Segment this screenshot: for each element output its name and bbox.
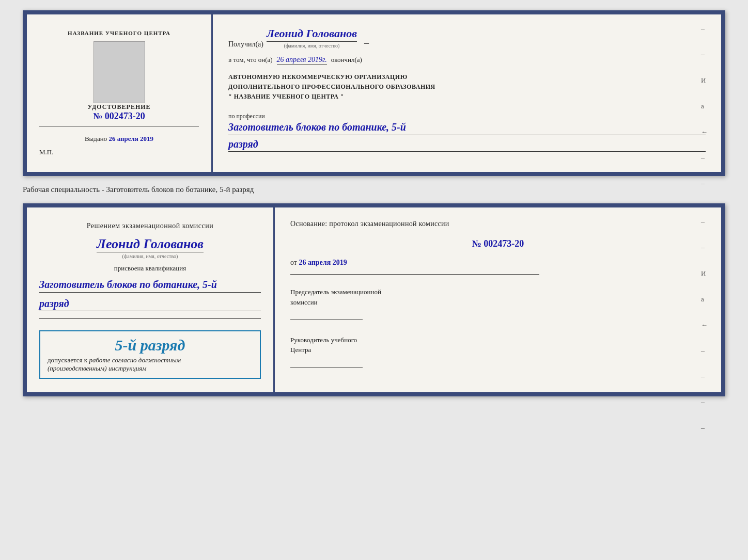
confirm-line: в том, что он(а) 26 апреля 2019г. окончи… bbox=[228, 56, 706, 65]
top-document-card: НАЗВАНИЕ УЧЕБНОГО ЦЕНТРА УДОСТОВЕРЕНИЕ №… bbox=[23, 10, 725, 176]
rank-value: разряд bbox=[228, 138, 706, 152]
chairman-signatory: Председатель экзаменационной комиссии bbox=[290, 287, 706, 323]
recipient-name: Леонид Голованов bbox=[267, 27, 357, 42]
subtitle: Рабочая специальность - Заготовитель бло… bbox=[23, 185, 725, 194]
profession-section: по профессии Заготовитель блоков по бота… bbox=[228, 113, 706, 152]
basis-title: Основание: протокол экзаменационной коми… bbox=[290, 220, 706, 228]
bottom-right-markers: – – И а ← – – – – bbox=[701, 218, 708, 433]
cert-number: № 002473-20 bbox=[87, 111, 150, 122]
rank-bottom: разряд bbox=[39, 298, 261, 311]
org-block: АВТОНОМНУЮ НЕКОММЕРЧЕСКУЮ ОРГАНИЗАЦИЮ ДО… bbox=[228, 72, 706, 102]
qualification-value: Заготовитель блоков по ботанике, 5-й bbox=[39, 278, 261, 293]
protocol-date: от 26 апреля 2019 bbox=[290, 259, 706, 267]
leader-signatory: Руководитель учебного Центра bbox=[290, 335, 706, 371]
chairman-sign-line bbox=[290, 311, 363, 319]
protocol-number: № 002473-20 bbox=[290, 238, 706, 249]
qualification-label: присвоена квалификация bbox=[39, 264, 261, 273]
confirm-date: 26 апреля 2019г. bbox=[277, 56, 327, 65]
fio-label: (фамилия, имя, отчество) bbox=[267, 43, 357, 49]
training-center-title: НАЗВАНИЕ УЧЕБНОГО ЦЕНТРА bbox=[68, 30, 170, 36]
cert-number-section: УДОСТОВЕРЕНИЕ № 002473-20 bbox=[87, 103, 150, 122]
badge-rank: 5-й разряд bbox=[48, 337, 253, 354]
bottom-document-card: Решением экзаменационной комиссии Леонид… bbox=[23, 203, 725, 396]
leader-sign-line bbox=[290, 359, 363, 367]
top-card-left: НАЗВАНИЕ УЧЕБНОГО ЦЕНТРА УДОСТОВЕРЕНИЕ №… bbox=[27, 14, 213, 172]
badge-allowed: допускается к работе согласно должностны… bbox=[48, 356, 253, 373]
issued-line: Выдано 26 апреля 2019 bbox=[85, 135, 153, 143]
badge-box: 5-й разряд допускается к работе согласно… bbox=[39, 330, 261, 379]
recipient-line: Получил(а) Леонид Голованов (фамилия, им… bbox=[228, 27, 706, 49]
decision-text: Решением экзаменационной комиссии bbox=[39, 221, 261, 231]
cert-label: УДОСТОВЕРЕНИЕ bbox=[87, 103, 150, 111]
fio-label-bottom: (фамилия, имя, отчество) bbox=[122, 253, 178, 259]
photo-placeholder bbox=[93, 41, 145, 103]
top-card-right: Получил(а) Леонид Голованов (фамилия, им… bbox=[213, 14, 721, 172]
person-name: Леонид Голованов bbox=[97, 236, 204, 252]
mp-label: М.П. bbox=[39, 148, 53, 156]
person-section: Леонид Голованов (фамилия, имя, отчество… bbox=[39, 236, 261, 259]
profession-value: Заготовитель блоков по ботанике, 5-й bbox=[228, 120, 706, 135]
bottom-card-right: Основание: протокол экзаменационной коми… bbox=[275, 207, 721, 392]
bottom-card-left: Решением экзаменационной комиссии Леонид… bbox=[27, 207, 275, 392]
